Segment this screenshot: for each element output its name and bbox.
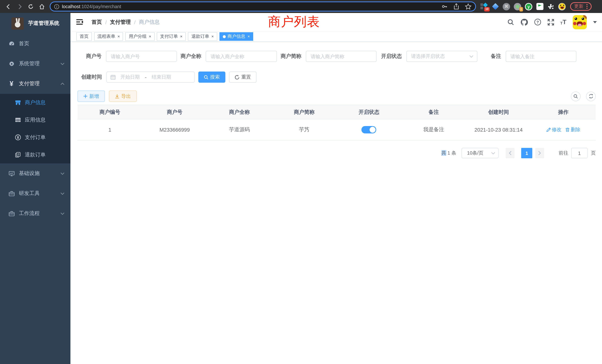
fullscreen-icon[interactable]	[547, 19, 554, 25]
breadcrumb-payment[interactable]: 支付管理	[110, 19, 131, 25]
breadcrumb-home[interactable]: 首页	[92, 19, 102, 25]
bookmark-star-icon[interactable]	[465, 3, 472, 10]
date-range-picker[interactable]: 开始日期 - 结束日期	[106, 72, 195, 83]
forward-icon[interactable]	[16, 2, 24, 11]
status-select[interactable]: 请选择开启状态	[406, 51, 477, 62]
browser-menu-icon[interactable]	[586, 4, 588, 9]
close-icon[interactable]: ×	[248, 34, 250, 39]
merchant-no-label: 商户号	[77, 53, 102, 60]
column-header: 商户号	[142, 109, 207, 116]
sidebar-item-pay-order[interactable]: 支付订单	[0, 129, 70, 146]
profile-extension-icon[interactable]: 1	[514, 3, 521, 10]
show-search-button[interactable]	[571, 91, 580, 101]
remark-input[interactable]	[506, 51, 576, 62]
flag-extension-icon[interactable]	[536, 3, 543, 10]
page-number-current[interactable]: 1	[521, 148, 532, 158]
search-icon[interactable]	[507, 19, 514, 25]
merchant-short-label: 商户简称	[281, 53, 301, 60]
table-toolbar: 新增 导出	[77, 90, 596, 102]
home-icon[interactable]	[38, 2, 46, 11]
tab-home[interactable]: 首页	[76, 32, 92, 41]
prev-page-button[interactable]	[506, 148, 515, 158]
status-toggle[interactable]	[362, 126, 376, 133]
sidebar-item-infrastructure[interactable]: 基础设施	[0, 163, 70, 183]
header-actions: ? TT	[507, 15, 597, 29]
sidekick-extension-icon[interactable]: 10	[480, 3, 488, 10]
close-icon[interactable]: ×	[118, 34, 120, 39]
cell-short-name: 芋艿	[272, 126, 337, 133]
search-button[interactable]: 搜索	[198, 72, 225, 83]
command-extension-icon[interactable]: ⌘	[503, 3, 510, 10]
puzzle-extensions-icon[interactable]	[547, 3, 555, 10]
help-icon[interactable]: ?	[534, 19, 541, 26]
page-size-select[interactable]: 10条/页	[462, 148, 499, 158]
edit-link[interactable]: 修改	[546, 126, 561, 133]
avatar-dropdown-caret[interactable]	[593, 21, 597, 23]
sidebar-item-refund-order[interactable]: 退款订单	[0, 146, 70, 163]
column-header: 备注	[401, 109, 466, 116]
pay-order-icon	[14, 134, 21, 140]
sidebar-item-label: 支付订单	[25, 134, 46, 141]
sidebar-item-label: 工作流程	[19, 210, 40, 217]
y-extension-icon[interactable]: y	[525, 3, 532, 10]
breadcrumb-current: 商户信息	[139, 19, 160, 25]
remark-label: 备注	[491, 53, 501, 60]
tab-process-form[interactable]: 流程表单×	[94, 32, 123, 41]
sidebar-item-label: 应用信息	[25, 117, 46, 123]
calendar-icon	[110, 75, 116, 80]
emoji-extension-icon[interactable]	[558, 3, 566, 10]
back-icon[interactable]	[4, 2, 13, 11]
tab-user-group[interactable]: 用户分组×	[126, 32, 155, 41]
goto-page-input[interactable]	[571, 148, 588, 158]
export-button[interactable]: 导出	[109, 90, 137, 102]
refresh-table-button[interactable]	[586, 91, 596, 101]
sidebar-logo[interactable]: 芋道管理系统	[0, 13, 70, 34]
reload-icon[interactable]	[27, 2, 35, 11]
user-avatar[interactable]	[573, 15, 587, 29]
sidebar-item-label: 支付管理	[19, 80, 40, 87]
browser-update-button[interactable]: 更新	[570, 2, 592, 11]
reset-button[interactable]: 重置	[229, 72, 257, 83]
font-size-icon[interactable]: TT	[560, 19, 566, 25]
tab-pay-order[interactable]: 支付订单×	[157, 32, 186, 41]
delete-link[interactable]: 删除	[565, 126, 580, 133]
gem-extension-icon[interactable]	[492, 3, 499, 10]
dashboard-icon	[8, 41, 15, 47]
download-icon	[115, 94, 119, 98]
url-text[interactable]: localhost:1024/pay/merchant	[62, 4, 121, 9]
next-page-button[interactable]	[535, 148, 544, 158]
extensions-row: 10 ⌘ 1 y	[480, 3, 566, 10]
table-row: 1 M233666999 芋道源码 芋艿 我是备注 2021-10-23 08:…	[77, 119, 596, 140]
sidebar-item-label: 基础设施	[19, 170, 40, 177]
merchant-no-input[interactable]	[106, 51, 177, 62]
sidebar-item-merchant-info[interactable]: 商户信息	[0, 94, 70, 111]
tab-merchant-info[interactable]: 商户信息×	[219, 32, 253, 41]
key-icon[interactable]	[441, 3, 448, 10]
column-header: 开启状态	[337, 109, 401, 116]
github-icon[interactable]	[520, 19, 528, 26]
sidebar-item-app-info[interactable]: 应用信息	[0, 111, 70, 129]
address-bar[interactable]: localhost:1024/pay/merchant	[50, 1, 476, 11]
refresh-icon	[235, 75, 239, 79]
date-start-placeholder: 开始日期	[120, 74, 140, 80]
sidebar-item-payment[interactable]: ¥ 支付管理	[0, 74, 70, 94]
tab-refund-order[interactable]: 退款订单×	[188, 32, 217, 41]
share-icon[interactable]	[453, 3, 459, 10]
sidebar-item-workflow[interactable]: 工作流程	[0, 203, 70, 224]
goto-label: 前往	[559, 150, 568, 156]
tags-view-bar: 首页 流程表单× 用户分组× 支付订单× 退款订单× 商户信息×	[70, 32, 602, 42]
close-icon[interactable]: ×	[149, 34, 151, 39]
sidebar-item-system[interactable]: 系统管理	[0, 54, 70, 74]
sidebar-item-dev-tools[interactable]: 研发工具	[0, 183, 70, 203]
sidebar-item-home[interactable]: 首页	[0, 34, 70, 54]
create-time-label: 创建时间	[77, 74, 102, 80]
merchant-name-input[interactable]	[206, 51, 277, 62]
info-icon[interactable]	[54, 4, 59, 9]
hamburger-icon[interactable]	[76, 18, 83, 26]
merchant-short-input[interactable]	[306, 51, 377, 62]
add-button[interactable]: 新增	[77, 90, 105, 102]
close-icon[interactable]: ×	[180, 34, 183, 39]
close-icon[interactable]: ×	[212, 34, 214, 39]
chevron-left-icon	[509, 151, 512, 155]
filter-row-1: 商户号 商户全称 商户简称 开启状态 请选择开启状态	[77, 51, 596, 62]
